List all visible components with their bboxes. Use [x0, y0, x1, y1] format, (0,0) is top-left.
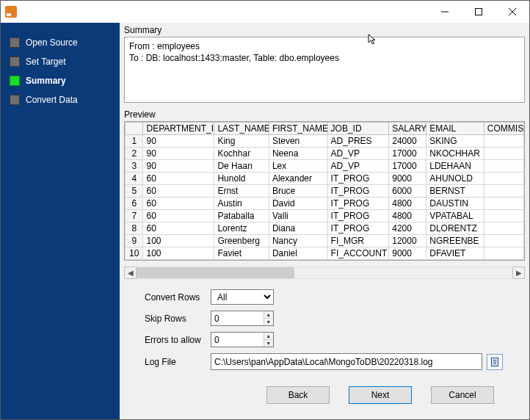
table-cell: 100 [143, 235, 214, 247]
table-cell: Diana [269, 222, 327, 235]
column-header[interactable]: JOB_ID [327, 123, 389, 135]
table-row[interactable]: 390De HaanLexAD_VP17000LDEHAAN [126, 160, 524, 173]
minimize-button[interactable] [428, 1, 462, 23]
close-button[interactable] [495, 1, 529, 23]
table-cell [484, 135, 523, 148]
errors-allow-label: Errors to allow [145, 335, 211, 345]
wizard-step-set-target[interactable]: Set Target [1, 52, 120, 71]
back-button[interactable]: Back [266, 386, 330, 404]
column-header[interactable]: LAST_NAME [214, 123, 269, 135]
row-number-cell: 5 [126, 185, 143, 198]
table-row[interactable]: 190KingStevenAD_PRES24000SKING [126, 135, 524, 148]
table-cell [484, 160, 523, 173]
scroll-left-icon[interactable]: ◀ [124, 267, 137, 279]
table-cell: David [269, 198, 327, 210]
column-header[interactable]: EMAIL [426, 123, 484, 135]
table-cell: 6000 [389, 185, 426, 198]
spin-up-icon[interactable]: ▲ [264, 311, 273, 319]
table-cell: Greenberg [214, 235, 269, 247]
table-cell [484, 210, 523, 222]
table-cell: Nancy [269, 235, 327, 247]
next-button[interactable]: Next [349, 386, 412, 404]
skip-rows-stepper[interactable]: ▲▼ [211, 311, 274, 326]
column-header[interactable]: DEPARTMENT_ID [143, 123, 214, 135]
table-cell: IT_PROG [327, 185, 389, 198]
table-cell: 60 [143, 210, 214, 222]
browse-log-button[interactable] [487, 354, 503, 370]
column-header[interactable]: SALARY [389, 123, 426, 135]
table-cell: Valli [269, 210, 327, 222]
table-cell [484, 222, 523, 235]
table-cell: 17000 [389, 160, 426, 173]
table-cell: Kochhar [214, 148, 269, 160]
errors-allow-stepper[interactable]: ▲▼ [211, 332, 274, 347]
table-row[interactable]: 860LorentzDianaIT_PROG4200DLORENTZ [126, 222, 524, 235]
cancel-button[interactable]: Cancel [431, 386, 494, 404]
table-cell: 60 [143, 173, 214, 185]
table-cell: LDEHAAN [426, 160, 484, 173]
row-number-header[interactable] [126, 123, 143, 135]
row-number-cell: 6 [126, 198, 143, 210]
scroll-right-icon[interactable]: ▶ [512, 267, 525, 279]
table-cell: Ernst [214, 185, 269, 198]
log-file-label: Log File [145, 357, 211, 367]
table-cell [484, 247, 523, 260]
table-row[interactable]: 290KochharNeenaAD_VP17000NKOCHHAR [126, 148, 524, 160]
table-row[interactable]: 560ErnstBruceIT_PROG6000BERNST [126, 185, 524, 198]
table-cell: SKING [426, 135, 484, 148]
table-cell: DAUSTIN [426, 198, 484, 210]
step-indicator-icon [10, 76, 20, 86]
titlebar [1, 1, 529, 23]
summary-heading: Summary [120, 23, 529, 37]
table-cell: Lex [269, 160, 327, 173]
table-cell: King [214, 135, 269, 148]
spin-down-icon[interactable]: ▼ [264, 340, 273, 347]
column-header[interactable]: FIRST_NAME [269, 123, 327, 135]
maximize-button[interactable] [462, 1, 495, 23]
spin-down-icon[interactable]: ▼ [264, 319, 273, 325]
horizontal-scrollbar[interactable]: ◀ ▶ [124, 267, 525, 279]
spin-up-icon[interactable]: ▲ [264, 333, 273, 340]
table-cell: AD_VP [327, 160, 389, 173]
table-cell [484, 185, 523, 198]
log-file-input[interactable] [211, 353, 482, 370]
table-row[interactable]: 660AustinDavidIT_PROG4800DAUSTIN [126, 198, 524, 210]
step-indicator-icon [10, 57, 20, 67]
wizard-step-summary[interactable]: Summary [1, 71, 120, 90]
step-label: Summary [26, 76, 66, 86]
table-row[interactable]: 460HunoldAlexanderIT_PROG9000AHUNOLD [126, 173, 524, 185]
table-row[interactable]: 10100FavietDanielFI_ACCOUNT9000DFAVIET [126, 247, 524, 260]
table-cell: BERNST [426, 185, 484, 198]
table-row[interactable]: 760PataballaValliIT_PROG4800VPATABAL [126, 210, 524, 222]
table-cell: Steven [269, 135, 327, 148]
step-label: Open Source [26, 37, 78, 48]
table-cell [484, 235, 523, 247]
table-cell: VPATABAL [426, 210, 484, 222]
table-row[interactable]: 9100GreenbergNancyFI_MGR12000NGREENBE [126, 235, 524, 247]
table-cell [484, 148, 523, 160]
row-number-cell: 9 [126, 235, 143, 247]
table-cell [484, 173, 523, 185]
table-cell: 17000 [389, 148, 426, 160]
wizard-step-open-source[interactable]: Open Source [1, 33, 120, 52]
main-panel: Summary From : employees To : DB: localh… [120, 23, 529, 419]
table-cell: FI_MGR [327, 235, 389, 247]
table-cell: AHUNOLD [426, 173, 484, 185]
row-number-cell: 4 [126, 173, 143, 185]
preview-table[interactable]: DEPARTMENT_IDLAST_NAMEFIRST_NAMEJOB_IDSA… [125, 122, 524, 260]
convert-rows-select[interactable]: All [211, 289, 274, 305]
table-cell [484, 198, 523, 210]
step-label: Set Target [26, 57, 65, 67]
table-cell: 9000 [389, 173, 426, 185]
wizard-step-convert-data[interactable]: Convert Data [1, 90, 120, 109]
errors-allow-input[interactable] [211, 333, 264, 347]
scrollbar-thumb[interactable] [137, 267, 294, 278]
row-number-cell: 3 [126, 160, 143, 173]
table-cell: 60 [143, 198, 214, 210]
column-header[interactable]: COMMIS [484, 123, 523, 135]
skip-rows-input[interactable] [211, 311, 264, 325]
row-number-cell: 8 [126, 222, 143, 235]
preview-table-container: DEPARTMENT_IDLAST_NAMEFIRST_NAMEJOB_IDSA… [124, 121, 525, 261]
table-cell: 90 [143, 148, 214, 160]
table-cell: 24000 [389, 135, 426, 148]
